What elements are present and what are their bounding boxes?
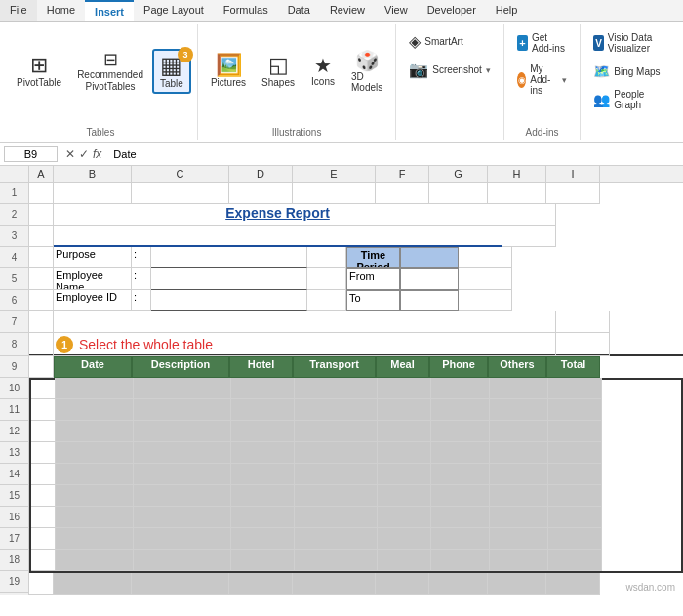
screenshot-button[interactable]: 📷 Screenshot ▾ — [402, 57, 498, 83]
cell-i3[interactable] — [502, 226, 556, 247]
cell-c5-colon[interactable]: : — [132, 268, 151, 290]
cell-a9[interactable] — [29, 356, 54, 378]
cell-f13[interactable] — [378, 442, 431, 464]
cell-a14[interactable] — [31, 464, 56, 485]
table-button[interactable]: ▦ Table 3 — [152, 49, 191, 94]
cell-e1[interactable] — [293, 183, 376, 204]
cell-g5-from[interactable]: From — [346, 268, 400, 290]
cell-c13[interactable] — [134, 442, 231, 464]
tab-insert[interactable]: Insert — [85, 0, 134, 21]
cell-i18[interactable] — [548, 550, 602, 571]
cell-a17[interactable] — [31, 528, 56, 550]
pivot-table-button[interactable]: ⊞ PivotTable — [10, 51, 68, 92]
cell-e6-gap[interactable] — [307, 290, 346, 311]
icons-button[interactable]: ★ Icons — [303, 52, 342, 91]
cell-i4[interactable] — [459, 247, 512, 268]
cell-e19[interactable] — [293, 573, 376, 595]
cell-e17[interactable] — [295, 528, 378, 550]
cell-b11[interactable] — [56, 399, 134, 421]
3d-models-button[interactable]: 🎲 3DModels — [344, 47, 389, 97]
formula-input[interactable]: Date — [109, 147, 679, 161]
cell-a7[interactable] — [29, 311, 54, 333]
cell-f1[interactable] — [376, 183, 429, 204]
shapes-button[interactable]: ◱ Shapes — [255, 51, 301, 92]
cell-e16[interactable] — [295, 507, 378, 528]
cell-i2[interactable] — [502, 204, 556, 226]
cell-g4-timeperiod[interactable]: Time Period — [346, 247, 400, 268]
cell-e18[interactable] — [295, 550, 378, 571]
cell-a5[interactable] — [29, 268, 54, 290]
cell-b2-title[interactable]: Expense Report — [54, 204, 502, 226]
cell-a8[interactable] — [29, 333, 54, 356]
cell-c18[interactable] — [134, 550, 231, 571]
cell-b4-purpose[interactable]: Purpose — [54, 247, 132, 268]
cell-i7[interactable] — [556, 311, 610, 333]
cell-f19[interactable] — [376, 573, 429, 595]
cell-a4[interactable] — [29, 247, 54, 268]
cell-h15[interactable] — [490, 485, 548, 507]
cell-b13[interactable] — [56, 442, 134, 464]
cell-f18[interactable] — [378, 550, 431, 571]
cell-g13[interactable] — [431, 442, 490, 464]
tab-formulas[interactable]: Formulas — [214, 0, 278, 21]
cell-b7[interactable] — [54, 311, 556, 333]
cell-e14[interactable] — [295, 464, 378, 485]
cell-h13[interactable] — [490, 442, 548, 464]
cell-f15[interactable] — [378, 485, 431, 507]
cell-d1[interactable] — [229, 183, 293, 204]
cell-c12[interactable] — [134, 421, 231, 442]
cell-c4-colon[interactable]: : — [132, 247, 151, 268]
cell-d18[interactable] — [231, 550, 295, 571]
cell-i10[interactable] — [548, 378, 602, 399]
cell-e15[interactable] — [295, 485, 378, 507]
cell-c17[interactable] — [134, 528, 231, 550]
cell-b18[interactable] — [56, 550, 134, 571]
bing-maps-button[interactable]: 🗺️ Bing Maps — [586, 60, 666, 83]
insert-function-icon[interactable]: fx — [93, 147, 101, 161]
cell-d13[interactable] — [231, 442, 295, 464]
cell-d10[interactable] — [231, 378, 295, 399]
cell-f16[interactable] — [378, 507, 431, 528]
cell-i12[interactable] — [548, 421, 602, 442]
cell-e11[interactable] — [295, 399, 378, 421]
cell-g6-to[interactable]: To — [346, 290, 400, 311]
cell-d17[interactable] — [231, 528, 295, 550]
cell-f11[interactable] — [378, 399, 431, 421]
cell-i13[interactable] — [548, 442, 602, 464]
get-addins-button[interactable]: + Get Add-ins — [510, 28, 574, 58]
cell-a12[interactable] — [31, 421, 56, 442]
pictures-button[interactable]: 🖼️ Pictures — [204, 51, 253, 92]
cell-a15[interactable] — [31, 485, 56, 507]
cell-g9-phone[interactable]: Phone — [429, 356, 488, 378]
cell-h11[interactable] — [490, 399, 548, 421]
confirm-formula-icon[interactable]: ✓ — [79, 147, 89, 161]
recommended-pivottables-button[interactable]: ⊟ RecommendedPivotTables — [70, 47, 150, 97]
cell-h12[interactable] — [490, 421, 548, 442]
cell-g11[interactable] — [431, 399, 490, 421]
people-graph-button[interactable]: 👥 People Graph — [586, 85, 673, 114]
cell-b17[interactable] — [56, 528, 134, 550]
visio-button[interactable]: V Visio Data Visualizer — [586, 28, 673, 58]
tab-home[interactable]: Home — [37, 0, 85, 21]
cell-g12[interactable] — [431, 421, 490, 442]
tab-help[interactable]: Help — [486, 0, 528, 21]
cell-i14[interactable] — [548, 464, 602, 485]
cell-b16[interactable] — [56, 507, 134, 528]
cell-g18[interactable] — [431, 550, 490, 571]
cell-b5-empname[interactable]: Employee Name — [54, 268, 132, 290]
cell-a13[interactable] — [31, 442, 56, 464]
cell-b6-empid[interactable]: Employee ID — [54, 290, 132, 311]
cell-c6-colon[interactable]: : — [132, 290, 151, 311]
tab-file[interactable]: File — [0, 0, 37, 21]
cell-g19[interactable] — [429, 573, 488, 595]
cell-a19[interactable] — [29, 573, 54, 595]
cell-b1[interactable] — [54, 183, 132, 204]
cell-c9-description[interactable]: Description — [132, 356, 229, 378]
cell-e9-transport[interactable]: Transport — [293, 356, 376, 378]
cell-c15[interactable] — [134, 485, 231, 507]
cell-d16[interactable] — [231, 507, 295, 528]
cell-g15[interactable] — [431, 485, 490, 507]
cell-d4-purposeline[interactable] — [151, 247, 307, 268]
cell-i6[interactable] — [459, 290, 512, 311]
cell-c16[interactable] — [134, 507, 231, 528]
